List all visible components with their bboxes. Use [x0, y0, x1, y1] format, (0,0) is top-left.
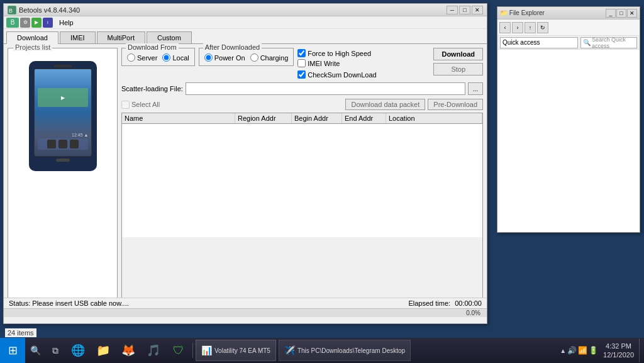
app-icon: B: [8, 6, 16, 14]
fe-address-bar[interactable]: Quick access: [500, 37, 578, 48]
browse-button[interactable]: ...: [468, 82, 483, 95]
download-button[interactable]: Download: [433, 48, 483, 60]
fe-close-btn[interactable]: ✕: [627, 9, 637, 18]
maximize-btn[interactable]: □: [459, 6, 470, 14]
options-row: Download From Server Local After Downloa…: [121, 48, 483, 79]
download-from-group: Download From Server Local: [121, 48, 195, 66]
icons-group: B ⚙ ▶ i: [6, 18, 53, 28]
scatter-input[interactable]: [186, 82, 465, 95]
file-explorer-window: 📁 File Explorer _ □ ✕ ‹ › ↑ ↻ Quick acce…: [497, 6, 640, 233]
power-on-radio[interactable]: Power On: [204, 53, 245, 62]
fe-back-btn[interactable]: ‹: [499, 22, 511, 33]
taskbar-ie[interactable]: 🌐: [65, 338, 91, 363]
imei-write-checkbox[interactable]: IMEI Write: [297, 59, 376, 67]
status-bar: Status: Please insert USB cable now.... …: [4, 298, 487, 308]
svg-text:B: B: [9, 8, 13, 14]
tray-icon-1: 🔊: [567, 346, 577, 355]
minimize-btn[interactable]: ─: [447, 6, 458, 14]
task-view-button[interactable]: ⧉: [45, 338, 65, 363]
taskbar-explorer[interactable]: 📁: [91, 338, 116, 363]
status-message: Status: Please insert USB cable now....: [9, 299, 129, 307]
tray-icon-3: 🔋: [589, 346, 598, 355]
tab-multiport[interactable]: MultiPort: [97, 31, 145, 43]
fe-forward-btn[interactable]: ›: [512, 22, 523, 33]
after-downloaded-group: After Downloaded Power On Charging: [199, 48, 294, 66]
progress-container: 0.0%: [4, 308, 487, 317]
taskbar-music[interactable]: 🎵: [141, 338, 166, 363]
scatter-label: Scatter-loading File:: [121, 85, 183, 92]
device-image: ▶ 12:45 ▲: [29, 61, 97, 171]
fe-max-btn[interactable]: □: [616, 9, 626, 18]
table-body: [122, 124, 482, 237]
projects-panel-title: Projects list: [13, 43, 52, 51]
close-btn[interactable]: ✕: [472, 6, 483, 14]
start-button[interactable]: ⊞: [0, 338, 25, 363]
show-desktop-btn[interactable]: [639, 338, 641, 362]
taskbar-antivirus[interactable]: 🛡: [166, 338, 191, 363]
taskbar-volatility-app[interactable]: 📊 Volatility 74 EA MT5: [196, 340, 276, 361]
col-header-location: Location: [386, 113, 482, 123]
tab-imei[interactable]: IMEI: [60, 31, 96, 43]
tab-custom[interactable]: Custom: [147, 31, 192, 43]
tab-download[interactable]: Download: [6, 31, 58, 44]
time-display: 4:32 PM: [606, 342, 631, 350]
right-panel: Download From Server Local After Downloa…: [121, 48, 483, 306]
fe-up-btn[interactable]: ↑: [525, 22, 536, 33]
col-header-name: Name: [122, 113, 235, 123]
system-tray: ▲ 🔊 📶 🔋 4:32 PM 12/1/2020: [557, 338, 644, 362]
main-window: B Betools v4.8.44.340 ─ □ ✕ B ⚙ ▶ i Help…: [3, 3, 487, 324]
menu-bar: B ⚙ ▶ i Help: [4, 16, 487, 29]
fe-content: [497, 50, 640, 232]
col-header-region: Region Addr: [235, 113, 292, 123]
fe-refresh-btn[interactable]: ↻: [537, 22, 548, 33]
date-display: 12/1/2020: [603, 350, 634, 359]
tray-icons: ▲ 🔊 📶 🔋: [560, 346, 598, 355]
after-downloaded-title: After Downloaded: [203, 43, 262, 51]
tab-bar: Download IMEI MultiPort Custom: [4, 29, 487, 44]
pre-download-button[interactable]: Pre-Download: [428, 99, 483, 110]
telegram-label: This PC\Downloads\Telegram Desktop: [297, 347, 405, 354]
select-all-checkbox[interactable]: Select All: [121, 101, 160, 109]
clock[interactable]: 4:32 PM 12/1/2020: [599, 342, 638, 360]
fe-search-box[interactable]: 🔍 Search Quick access: [580, 37, 637, 48]
fe-toolbar: ‹ › ↑ ↻: [497, 20, 640, 36]
main-content: Projects list ▶ 12:45 ▲: [4, 44, 487, 310]
col-header-begin: Begin Addr: [292, 113, 342, 123]
data-table: Name Region Addr Begin Addr End Addr Loc…: [121, 113, 483, 306]
server-radio[interactable]: Server: [127, 53, 157, 62]
tray-up-arrow[interactable]: ▲: [560, 347, 566, 354]
tray-icon-2: 📶: [578, 346, 587, 355]
file-explorer-titlebar: 📁 File Explorer _ □ ✕: [497, 7, 640, 20]
charging-radio[interactable]: Charging: [250, 53, 289, 62]
menu-help[interactable]: Help: [55, 18, 77, 28]
taskbar: ⊞ 🔍 ⧉ 🌐 📁 🦊 🎵 🛡 📊 Volatility 74 EA MT5 ✈…: [0, 338, 644, 363]
elapsed-time: Elapsed time: 00:00:00: [408, 299, 482, 307]
download-from-title: Download From: [126, 43, 179, 51]
items-count: 24 items: [5, 328, 36, 337]
volatility-label: Volatility 74 EA MT5: [214, 347, 270, 354]
stop-button[interactable]: Stop: [433, 63, 483, 75]
force-high-speed-checkbox[interactable]: Force to High Speed: [297, 49, 376, 57]
taskbar-telegram-app[interactable]: ✈️ This PC\Downloads\Telegram Desktop: [279, 340, 411, 361]
taskbar-edge[interactable]: 🦊: [116, 338, 141, 363]
scatter-row: Scatter-loading File: ...: [121, 82, 483, 95]
title-bar: B Betools v4.8.44.340 ─ □ ✕: [4, 4, 487, 16]
checksum-checkbox[interactable]: CheckSum DownLoad: [297, 70, 376, 79]
projects-panel: Projects list ▶ 12:45 ▲: [8, 48, 118, 306]
download-data-packet-button[interactable]: Download data packet: [345, 99, 425, 110]
select-all-row: Select All Download data packet Pre-Down…: [121, 99, 483, 110]
local-radio[interactable]: Local: [162, 53, 189, 62]
search-button[interactable]: 🔍: [25, 338, 45, 363]
window-title: Betools v4.8.44.340: [19, 6, 80, 14]
fe-min-btn[interactable]: _: [606, 9, 616, 18]
fe-title-text: 📁 File Explorer: [500, 9, 545, 16]
progress-label: 0.0%: [466, 309, 480, 318]
col-header-end: End Addr: [342, 113, 386, 123]
checkboxes-group: Force to High Speed IMEI Write CheckSum …: [297, 49, 376, 79]
action-buttons: Download Stop: [433, 48, 483, 75]
